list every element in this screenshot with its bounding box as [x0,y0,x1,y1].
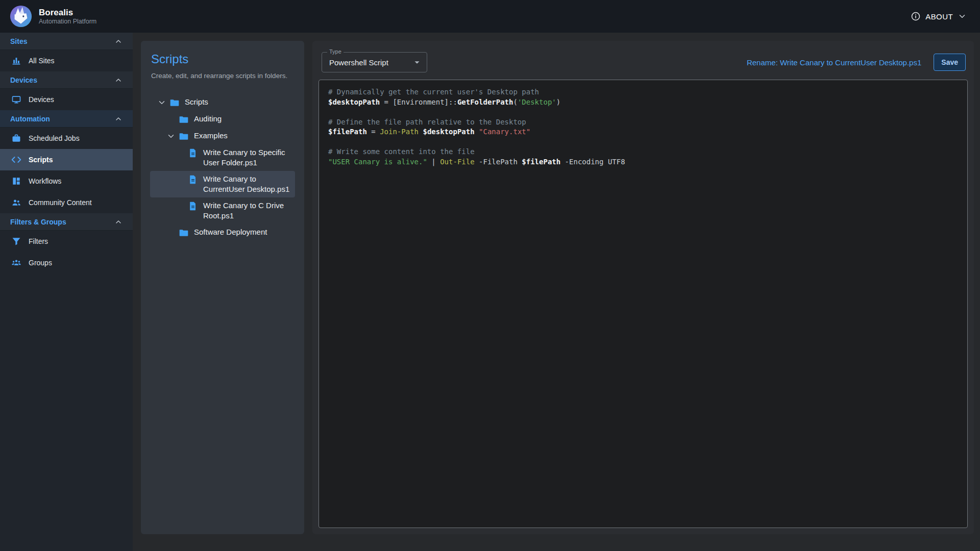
panel-subtitle: Create, edit, and rearrange scripts in f… [151,71,295,81]
folder-icon [169,97,180,108]
code-token-variable: $filePath [328,128,367,136]
sidebar-item-devices[interactable]: Devices [0,89,133,110]
code-line: $desktopPath = [Environment]::GetFolderP… [328,97,958,108]
code-token-variable: $desktopPath [328,98,380,106]
borealis-logo-icon [9,5,33,28]
code-token-variable: $filePath [522,158,560,166]
brand[interactable]: Borealis Automation Platform [9,5,96,28]
brand-name: Borealis [39,8,96,18]
chevron-up-icon [114,115,122,123]
code-token-string2: "Canary.txt" [479,128,530,136]
toolbar-right: Rename: Write Canary to CurrentUser Desk… [747,54,966,71]
code-token-cmdlet: Join-Path [380,128,419,136]
sidebar-item-label: All Sites [29,57,55,65]
sidebar-section-filters-groups[interactable]: Filters & Groups [0,213,133,231]
chevron-down-icon [157,98,166,107]
rename-link[interactable]: Rename: Write Canary to CurrentUser Desk… [747,58,921,67]
scripts-panel: Scripts Create, edit, and rearrange scri… [141,41,304,534]
sidebar-section-devices[interactable]: Devices [0,71,133,89]
select-caret-icon [411,57,423,68]
type-select-label: Type [327,48,344,55]
editor-toolbar: Type Powershell Script Rename: Write Can… [322,52,966,72]
folder-icon [179,228,189,238]
sidebar: SitesAll SitesDevicesDevicesAutomationSc… [0,33,133,551]
code-token-string: 'Desktop' [518,98,556,106]
type-select-value: Powershell Script [329,58,411,67]
sidebar-item-label: Community Content [29,198,92,207]
chevron-down-icon [958,12,967,21]
sidebar-section-sites[interactable]: Sites [0,33,133,50]
code-line [328,107,958,117]
sidebar-item-groups[interactable]: Groups [0,252,133,273]
code-token-comment: # Write some content into the file [328,147,475,156]
tree-file-write-canary-to-currentuser-desktop-ps1[interactable]: Write Canary to CurrentUser Desktop.ps1 [150,171,295,197]
tree-item-label: Scripts [185,97,208,107]
sidebar-item-all-sites[interactable]: All Sites [0,50,133,71]
sidebar-item-scripts[interactable]: Scripts [0,149,133,170]
sidebar-item-community-content[interactable]: Community Content [0,192,133,213]
code-line: # Define the file path relative to the D… [328,117,958,128]
devices-icon [11,94,21,105]
code-token-method: GetFolderPath [457,98,513,106]
code-token-cmdlet: Out-File [440,158,474,166]
code-line: # Write some content into the file [328,147,958,157]
code-token-plain [475,128,479,136]
sidebar-section-label: Sites [10,37,27,45]
all-sites-icon [11,56,21,66]
sidebar-section-label: Automation [10,115,50,123]
code-editor[interactable]: # Dynamically get the current user's Des… [318,80,968,528]
workflows-icon [11,176,21,186]
tree-folder-auditing[interactable]: Auditing [150,111,295,128]
code-line: # Dynamically get the current user's Des… [328,87,958,97]
filters-icon [11,236,21,246]
sidebar-item-scheduled-jobs[interactable]: Scheduled Jobs [0,128,133,149]
folder-icon [179,131,189,141]
sidebar-section-automation[interactable]: Automation [0,110,133,128]
chevron-up-icon [114,37,122,45]
tree-folder-scripts[interactable]: Scripts [150,94,295,111]
brand-subtitle: Automation Platform [39,18,96,25]
code-token-plain: = [367,128,380,136]
code-token-string: "USER Canary is alive." [328,158,427,166]
tree-item-label: Auditing [194,114,222,124]
sidebar-section-label: Filters & Groups [10,218,66,226]
code-token-plain: -FilePath [475,158,522,166]
code-token-plain: = [Environment]:: [380,98,457,106]
code-token-plain: -Encoding UTF8 [560,158,625,166]
code-token-plain: ( [513,98,517,106]
about-menu[interactable]: ABOUT [911,11,967,21]
tree-file-write-canary-to-specific-user-folder-ps1[interactable]: Write Canary to Specific User Folder.ps1 [150,144,295,171]
script-tree: ScriptsAuditingExamplesWrite Canary to S… [150,94,295,241]
code-line: "USER Canary is alive." | Out-File -File… [328,157,958,167]
save-button[interactable]: Save [934,54,966,71]
tree-item-label: Software Deployment [194,227,267,237]
code-line [328,137,958,147]
folder-icon [179,114,189,124]
sidebar-item-label: Devices [29,95,54,104]
tree-item-label: Write Canary to C Drive Root.ps1 [203,201,292,221]
script-type-select[interactable]: Type Powershell Script [322,52,427,72]
tree-item-label: Write Canary to Specific User Folder.ps1 [203,147,292,168]
chevron-down-icon [166,132,176,141]
sidebar-item-workflows[interactable]: Workflows [0,170,133,192]
sidebar-item-label: Scheduled Jobs [29,134,80,142]
chevron-up-icon [114,76,122,84]
info-icon [911,11,921,21]
top-bar: Borealis Automation Platform ABOUT [0,0,980,33]
tree-folder-examples[interactable]: Examples [150,128,295,144]
brand-text: Borealis Automation Platform [39,8,96,25]
file-icon [188,148,198,158]
tree-item-label: Examples [194,131,228,141]
sidebar-item-filters[interactable]: Filters [0,231,133,252]
editor-panel: Type Powershell Script Rename: Write Can… [312,41,974,534]
tree-file-write-canary-to-c-drive-root-ps1[interactable]: Write Canary to C Drive Root.ps1 [150,197,295,224]
sidebar-section-label: Devices [10,76,37,84]
tree-folder-software-deployment[interactable]: Software Deployment [150,224,295,241]
code-token-plain: ) [556,98,560,106]
chevron-up-icon [114,218,122,226]
code-token-comment: # Dynamically get the current user's Des… [328,88,539,96]
file-icon [188,201,198,211]
code-token-plain: | [427,158,440,166]
groups-icon [11,258,21,268]
tree-item-label: Write Canary to CurrentUser Desktop.ps1 [203,174,292,194]
